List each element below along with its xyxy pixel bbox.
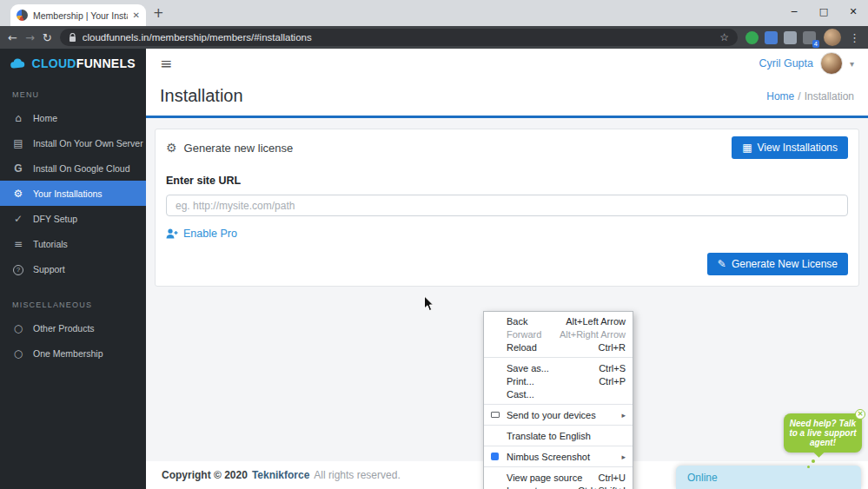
extension-badged-icon[interactable]: 4: [803, 31, 816, 44]
context-menu-item-send-to-devices[interactable]: Send to your devices ▸: [484, 408, 633, 421]
menu-separator: [484, 446, 633, 446]
close-icon[interactable]: ✕: [855, 409, 865, 420]
circle-icon: ○: [11, 322, 25, 334]
tab-favicon-icon: [17, 10, 28, 21]
site-url-input[interactable]: [166, 195, 848, 216]
generate-new-license-button[interactable]: ✎ Generate New License: [707, 253, 848, 275]
menu-separator: [484, 404, 633, 405]
footer-rights: All rights reserved.: [314, 469, 400, 481]
sidebar-item-install-google-cloud[interactable]: G Install On Google Cloud: [0, 155, 146, 181]
user-avatar[interactable]: [820, 52, 843, 75]
menu-separator: [484, 425, 633, 426]
gears-icon: ⚙: [166, 141, 177, 155]
chat-online-status: Online: [687, 472, 718, 484]
grid-icon: ▦: [742, 142, 752, 154]
help-bubble[interactable]: ✕ Need help? Talk to a live support agen…: [784, 413, 862, 453]
window-close-button[interactable]: ✕: [838, 0, 868, 26]
browser-profile-avatar[interactable]: [824, 29, 841, 46]
sidebar: CLOUDFUNNELS MENU ⌂ Home ▤ Install On Yo…: [0, 49, 146, 489]
breadcrumb-current: Installation: [805, 90, 854, 102]
cloud-logo-icon: [10, 56, 26, 71]
sidebar-item-other-products[interactable]: ○ Other Products: [0, 315, 146, 340]
bubble-dot: [807, 466, 810, 468]
enable-pro-link[interactable]: Enable Pro: [166, 228, 848, 240]
pencil-icon: ✎: [718, 258, 726, 270]
forward-button[interactable]: →: [25, 32, 35, 43]
logo[interactable]: CLOUDFUNNELS: [0, 49, 146, 78]
sidebar-item-your-installations[interactable]: ⚙ Your Installations: [0, 181, 146, 206]
card-title: Generate new license: [184, 142, 294, 155]
context-menu-item-cast[interactable]: Cast...: [484, 387, 633, 400]
chat-widget-bar[interactable]: Online: [676, 466, 861, 489]
window-minimize-button[interactable]: ─: [779, 0, 809, 26]
context-menu-item-save-as[interactable]: Save as... Ctrl+S: [484, 361, 633, 374]
browser-menu-icon[interactable]: ⋮: [849, 31, 860, 44]
browser-tab-strip: Membership | Your Installations ✕ + ─ □ …: [0, 0, 868, 26]
menu-separator: [484, 466, 633, 467]
check-icon: ✓: [11, 213, 25, 225]
extension-green-icon[interactable]: [745, 31, 759, 44]
tab-close-icon[interactable]: ✕: [133, 10, 140, 20]
help-bubble-text: Need help? Talk to a live support agent!: [788, 419, 858, 447]
menu-separator: [484, 357, 633, 358]
sidebar-item-label: One Membership: [33, 348, 103, 359]
sidebar-item-one-membership[interactable]: ○ One Membership: [0, 340, 146, 366]
breadcrumb-home-link[interactable]: Home: [766, 90, 794, 102]
context-menu-item-back[interactable]: Back Alt+Left Arrow: [484, 314, 633, 327]
extension-gray-icon[interactable]: [784, 31, 797, 44]
question-icon: ?: [11, 262, 25, 275]
context-menu: Back Alt+Left Arrow Forward Alt+Right Ar…: [483, 311, 633, 489]
context-menu-item-inspect[interactable]: Inspect Ctrl+Shift+I: [484, 484, 633, 489]
sidebar-item-label: Install On Google Cloud: [33, 163, 129, 174]
bookmark-star-icon[interactable]: ☆: [719, 31, 729, 43]
window-maximize-button[interactable]: □: [809, 0, 838, 26]
person-plus-icon: [166, 228, 178, 239]
context-menu-item-reload[interactable]: Reload Ctrl+R: [484, 340, 633, 354]
context-menu-item-nimbus-screenshot[interactable]: Nimbus Screenshot ▸: [484, 450, 633, 463]
sidebar-item-tutorials[interactable]: ≡ Tutorials: [0, 231, 146, 256]
sidebar-item-dfy-setup[interactable]: ✓ DFY Setup: [0, 206, 146, 231]
sidebar-item-label: DFY Setup: [33, 214, 77, 224]
sidebar-item-install-own-server[interactable]: ▤ Install On Your Own Server: [0, 130, 146, 155]
footer-brand-link[interactable]: Teknikforce: [252, 469, 309, 481]
extension-blue-icon[interactable]: [765, 31, 778, 44]
view-installations-button[interactable]: ▦ View Installations: [732, 136, 848, 159]
gears-icon: ⚙: [11, 188, 25, 200]
sidebar-item-label: Your Installations: [33, 188, 103, 199]
logo-text: CLOUDFUNNELS: [32, 56, 136, 70]
lock-icon: [69, 33, 76, 43]
hamburger-menu-icon[interactable]: ≡: [160, 55, 172, 72]
url-text: cloudfunnels.in/membership/members/#inst…: [83, 32, 714, 43]
browser-tab[interactable]: Membership | Your Installations ✕: [10, 4, 146, 26]
server-icon: ▤: [11, 137, 25, 149]
generate-license-card: ⚙ Generate new license ▦ View Installati…: [155, 129, 859, 287]
circle-icon: ○: [11, 347, 25, 360]
sidebar-item-label: Tutorials: [33, 239, 68, 249]
submenu-arrow-icon: ▸: [621, 411, 626, 420]
context-menu-item-translate[interactable]: Translate to English: [484, 429, 633, 442]
breadcrumb: Home/Installation: [766, 90, 854, 102]
miscellaneous-section-label: MISCELLANEOUS: [0, 281, 146, 315]
chevron-down-icon[interactable]: ▾: [850, 59, 854, 69]
context-menu-item-view-page-source[interactable]: View page source Ctrl+U: [484, 471, 633, 484]
reload-button[interactable]: ↻: [43, 32, 52, 43]
sidebar-item-support[interactable]: ? Support: [0, 256, 146, 281]
mouse-cursor: [423, 295, 434, 312]
devices-icon: [491, 412, 500, 418]
list-icon: ≡: [11, 238, 25, 250]
footer-copyright: Copyright © 2020: [162, 469, 248, 481]
menu-section-label: MENU: [0, 78, 146, 105]
nimbus-icon: [491, 453, 499, 460]
page-title: Installation: [160, 86, 243, 106]
sidebar-item-home[interactable]: ⌂ Home: [0, 105, 146, 130]
back-button[interactable]: ←: [8, 32, 17, 43]
user-name[interactable]: Cyril Gupta: [759, 57, 813, 69]
app-topbar: ≡ Cyril Gupta ▾: [146, 49, 868, 78]
site-url-label: Enter site URL: [166, 175, 848, 187]
new-tab-button[interactable]: +: [153, 5, 164, 21]
context-menu-item-print[interactable]: Print... Ctrl+P: [484, 374, 633, 387]
context-menu-item-forward: Forward Alt+Right Arrow: [484, 327, 633, 340]
address-bar[interactable]: cloudfunnels.in/membership/members/#inst…: [60, 29, 738, 46]
sidebar-item-label: Install On Your Own Server: [33, 138, 143, 149]
bubble-dot: [812, 459, 815, 463]
